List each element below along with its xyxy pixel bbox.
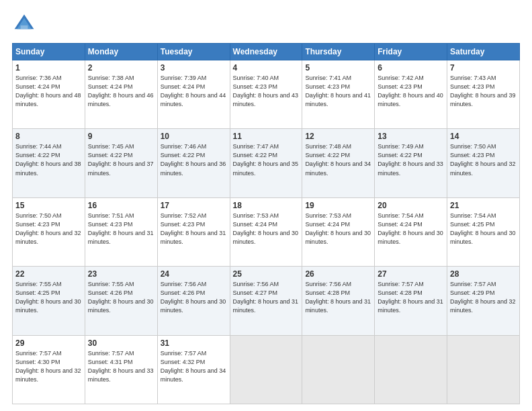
calendar-day-cell: 13Sunrise: 7:49 AMSunset: 4:22 PMDayligh… (375, 129, 447, 197)
day-info: Sunrise: 7:54 AMSunset: 4:25 PMDaylight:… (450, 212, 517, 246)
calendar-day-cell: 15Sunrise: 7:50 AMSunset: 4:23 PMDayligh… (13, 197, 85, 266)
calendar-day-header: Monday (85, 44, 157, 60)
day-number: 10 (161, 132, 227, 141)
day-info: Sunrise: 7:55 AMSunset: 4:25 PMDaylight:… (15, 280, 82, 315)
day-number: 13 (378, 132, 444, 141)
day-number: 18 (233, 201, 300, 210)
day-number: 29 (15, 338, 82, 348)
calendar-day-cell: 30Sunrise: 7:57 AMSunset: 4:31 PMDayligh… (85, 335, 157, 404)
day-info: Sunrise: 7:54 AMSunset: 4:24 PMDaylight:… (378, 212, 444, 246)
calendar-day-cell: 28Sunrise: 7:57 AMSunset: 4:29 PMDayligh… (447, 267, 520, 335)
day-number: 26 (305, 269, 371, 279)
calendar-day-cell: 16Sunrise: 7:51 AMSunset: 4:23 PMDayligh… (85, 197, 157, 266)
day-info: Sunrise: 7:42 AMSunset: 4:23 PMDaylight:… (378, 74, 444, 109)
day-number: 30 (88, 338, 154, 348)
calendar-day-cell: 11Sunrise: 7:47 AMSunset: 4:22 PMDayligh… (230, 129, 302, 197)
day-info: Sunrise: 7:38 AMSunset: 4:24 PMDaylight:… (88, 74, 154, 109)
calendar-day-cell: 24Sunrise: 7:56 AMSunset: 4:26 PMDayligh… (157, 267, 230, 335)
day-info: Sunrise: 7:44 AMSunset: 4:22 PMDaylight:… (15, 142, 82, 177)
calendar-day-cell: 3Sunrise: 7:39 AMSunset: 4:24 PMDaylight… (157, 60, 230, 129)
day-number: 3 (161, 63, 227, 73)
day-info: Sunrise: 7:57 AMSunset: 4:29 PMDaylight:… (450, 280, 517, 315)
logo (12, 12, 39, 36)
calendar-table: SundayMondayTuesdayWednesdayThursdayFrid… (12, 43, 520, 404)
day-number: 1 (15, 63, 82, 73)
day-info: Sunrise: 7:47 AMSunset: 4:22 PMDaylight:… (233, 142, 300, 177)
calendar-day-header: Wednesday (230, 44, 302, 60)
calendar-week-row: 22Sunrise: 7:55 AMSunset: 4:25 PMDayligh… (13, 267, 520, 335)
day-number: 16 (88, 201, 154, 210)
day-number: 31 (161, 338, 227, 348)
calendar-day-header: Saturday (447, 44, 520, 60)
day-number: 20 (378, 201, 444, 210)
day-info: Sunrise: 7:40 AMSunset: 4:23 PMDaylight:… (233, 74, 300, 109)
calendar-day-cell: 27Sunrise: 7:57 AMSunset: 4:28 PMDayligh… (375, 267, 447, 335)
day-info: Sunrise: 7:52 AMSunset: 4:23 PMDaylight:… (161, 212, 227, 246)
day-number: 24 (161, 269, 227, 279)
calendar-day-cell (230, 335, 302, 404)
calendar-day-cell: 8Sunrise: 7:44 AMSunset: 4:22 PMDaylight… (13, 129, 85, 197)
day-info: Sunrise: 7:53 AMSunset: 4:24 PMDaylight:… (305, 212, 371, 246)
day-number: 17 (161, 201, 227, 210)
calendar-header-row: SundayMondayTuesdayWednesdayThursdayFrid… (13, 44, 520, 60)
day-number: 2 (88, 63, 154, 73)
day-number: 6 (378, 63, 444, 73)
calendar-day-cell: 26Sunrise: 7:56 AMSunset: 4:28 PMDayligh… (302, 267, 375, 335)
calendar-week-row: 29Sunrise: 7:57 AMSunset: 4:30 PMDayligh… (13, 335, 520, 404)
calendar-week-row: 8Sunrise: 7:44 AMSunset: 4:22 PMDaylight… (13, 129, 520, 197)
day-info: Sunrise: 7:53 AMSunset: 4:24 PMDaylight:… (233, 212, 300, 246)
day-number: 28 (450, 269, 517, 279)
calendar-day-cell (375, 335, 447, 404)
day-info: Sunrise: 7:56 AMSunset: 4:27 PMDaylight:… (233, 280, 300, 315)
day-info: Sunrise: 7:57 AMSunset: 4:30 PMDaylight:… (15, 349, 82, 384)
calendar-day-cell: 21Sunrise: 7:54 AMSunset: 4:25 PMDayligh… (447, 197, 520, 266)
calendar-day-cell: 12Sunrise: 7:48 AMSunset: 4:22 PMDayligh… (302, 129, 375, 197)
logo-icon (12, 12, 36, 36)
day-number: 5 (305, 63, 371, 73)
calendar-day-cell: 1Sunrise: 7:36 AMSunset: 4:24 PMDaylight… (13, 60, 85, 129)
header (12, 12, 520, 36)
svg-rect-2 (21, 26, 28, 29)
calendar-day-cell: 5Sunrise: 7:41 AMSunset: 4:23 PMDaylight… (302, 60, 375, 129)
calendar-day-cell: 25Sunrise: 7:56 AMSunset: 4:27 PMDayligh… (230, 267, 302, 335)
calendar-week-row: 1Sunrise: 7:36 AMSunset: 4:24 PMDaylight… (13, 60, 520, 129)
calendar-day-cell: 14Sunrise: 7:50 AMSunset: 4:23 PMDayligh… (447, 129, 520, 197)
calendar-day-header: Thursday (302, 44, 375, 60)
calendar-day-cell (447, 335, 520, 404)
day-info: Sunrise: 7:36 AMSunset: 4:24 PMDaylight:… (15, 74, 82, 109)
day-info: Sunrise: 7:45 AMSunset: 4:22 PMDaylight:… (88, 142, 154, 177)
page: SundayMondayTuesdayWednesdayThursdayFrid… (0, 0, 532, 411)
calendar-day-cell: 6Sunrise: 7:42 AMSunset: 4:23 PMDaylight… (375, 60, 447, 129)
calendar-day-header: Sunday (13, 44, 85, 60)
day-number: 9 (88, 132, 154, 141)
day-number: 15 (15, 201, 82, 210)
calendar-day-cell: 29Sunrise: 7:57 AMSunset: 4:30 PMDayligh… (13, 335, 85, 404)
day-info: Sunrise: 7:49 AMSunset: 4:22 PMDaylight:… (378, 142, 444, 177)
day-info: Sunrise: 7:50 AMSunset: 4:23 PMDaylight:… (15, 212, 82, 246)
day-number: 27 (378, 269, 444, 279)
calendar-week-row: 15Sunrise: 7:50 AMSunset: 4:23 PMDayligh… (13, 197, 520, 266)
calendar-day-cell: 18Sunrise: 7:53 AMSunset: 4:24 PMDayligh… (230, 197, 302, 266)
calendar-day-cell: 22Sunrise: 7:55 AMSunset: 4:25 PMDayligh… (13, 267, 85, 335)
day-info: Sunrise: 7:39 AMSunset: 4:24 PMDaylight:… (161, 74, 227, 109)
calendar-day-cell: 20Sunrise: 7:54 AMSunset: 4:24 PMDayligh… (375, 197, 447, 266)
calendar-day-cell: 10Sunrise: 7:46 AMSunset: 4:22 PMDayligh… (157, 129, 230, 197)
day-number: 11 (233, 132, 300, 141)
day-number: 21 (450, 201, 517, 210)
day-info: Sunrise: 7:56 AMSunset: 4:26 PMDaylight:… (161, 280, 227, 315)
day-number: 14 (450, 132, 517, 141)
calendar-day-cell: 19Sunrise: 7:53 AMSunset: 4:24 PMDayligh… (302, 197, 375, 266)
day-number: 22 (15, 269, 82, 279)
day-info: Sunrise: 7:55 AMSunset: 4:26 PMDaylight:… (88, 280, 154, 315)
day-info: Sunrise: 7:57 AMSunset: 4:32 PMDaylight:… (161, 349, 227, 384)
day-number: 23 (88, 269, 154, 279)
calendar-day-cell: 7Sunrise: 7:43 AMSunset: 4:23 PMDaylight… (447, 60, 520, 129)
day-info: Sunrise: 7:46 AMSunset: 4:22 PMDaylight:… (161, 142, 227, 177)
calendar-day-cell: 17Sunrise: 7:52 AMSunset: 4:23 PMDayligh… (157, 197, 230, 266)
day-info: Sunrise: 7:43 AMSunset: 4:23 PMDaylight:… (450, 74, 517, 109)
day-number: 25 (233, 269, 300, 279)
calendar-day-cell: 4Sunrise: 7:40 AMSunset: 4:23 PMDaylight… (230, 60, 302, 129)
calendar-day-cell (302, 335, 375, 404)
day-number: 4 (233, 63, 300, 73)
day-info: Sunrise: 7:57 AMSunset: 4:28 PMDaylight:… (378, 280, 444, 315)
